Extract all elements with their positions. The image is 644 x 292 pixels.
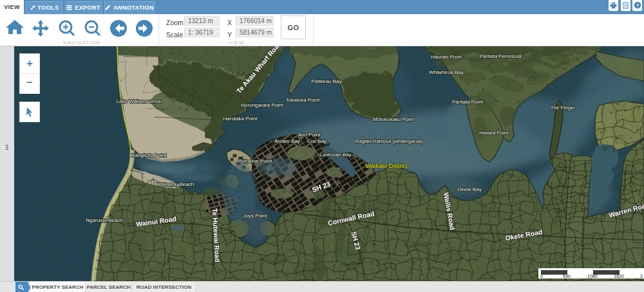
svg-text:Raglan Harbour (whaingaroa): Raglan Harbour (whaingaroa)	[355, 138, 423, 144]
svg-text:Rangitoto Point: Rangitoto Point	[131, 152, 167, 158]
svg-text:Joys Point: Joys Point	[243, 213, 268, 219]
svg-text:Aroaro Bay: Aroaro Bay	[274, 138, 300, 144]
svg-text:Waikato District: Waikato District	[365, 162, 408, 169]
svg-text:Cox Bay: Cox Bay	[307, 138, 327, 144]
svg-text:Wainamu Beach: Wainamu Beach	[156, 181, 194, 187]
svg-text:Hawea Point: Hawea Point	[479, 130, 509, 136]
svg-text:Motukokako Point: Motukokako Point	[373, 116, 414, 122]
svg-text:Patikirau Bay: Patikirau Bay	[311, 78, 341, 84]
svg-text:Lake Waitamoumou: Lake Waitamoumou	[117, 98, 162, 104]
svg-text:Tokatoka Point: Tokatoka Point	[286, 97, 320, 103]
svg-text:?: ?	[636, 3, 639, 8]
svg-text:The Finger: The Finger	[551, 105, 576, 111]
svg-text:Ngarunui Beach: Ngarunui Beach	[86, 217, 122, 223]
svg-text:Ann Point: Ann Point	[298, 132, 321, 138]
svg-text:Whiwhiroa Bay: Whiwhiroa Bay	[429, 69, 463, 75]
svg-text:Harotaka Point: Harotaka Point	[223, 116, 258, 122]
svg-text:Paritata Peninsula: Paritata Peninsula	[480, 53, 522, 59]
svg-text:Paritata Point: Paritata Point	[452, 99, 484, 105]
svg-text:Lorenzan Bay: Lorenzan Bay	[319, 152, 351, 158]
svg-text:Putoetoe Point: Putoetoe Point	[238, 158, 272, 164]
svg-text:Horongarara Point: Horongarara Point	[241, 102, 283, 108]
svg-text:Okete Bay: Okete Bay	[457, 187, 481, 192]
svg-text:Hauraki Point: Hauraki Point	[431, 54, 462, 60]
